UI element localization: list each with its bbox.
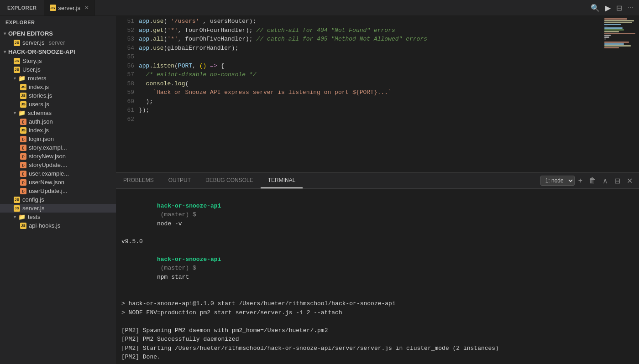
code-line-57: /* eslint-disable no-console */ <box>139 70 602 79</box>
scroll-up-button[interactable]: ∧ <box>600 176 611 186</box>
terminal-pm2-2: [PM2] PM2 Successfully daemonized <box>121 335 634 344</box>
prompt-label-1: hack-or-snooze-api <box>157 203 221 209</box>
project-section[interactable]: ▾ HACK-OR-SNOOZE-API <box>0 47 116 57</box>
main-content: EXPLORER ▾ OPEN EDITORS JS server.js ser… <box>0 16 639 364</box>
split-editor-icon[interactable]: ⊟ <box>616 4 622 12</box>
sidebar-item-schemas-folder[interactable]: ▾ 📁 schemas <box>0 109 116 117</box>
code-line-52: app.get('*', fourOhFourHandler); // catc… <box>139 26 602 35</box>
active-tab[interactable]: JS server.js ✕ <box>44 0 95 16</box>
code-line-51: app.use( '/users' , usersRouter); <box>139 17 602 26</box>
story-example-label: story.exampl... <box>29 144 67 151</box>
terminal-line-blank2 <box>121 317 634 326</box>
top-right-toolbar: 🔍 ▶ ⊟ ··· <box>591 4 639 12</box>
top-bar: EXPLORER JS server.js ✕ 🔍 ▶ ⊟ ··· <box>0 0 639 16</box>
sidebar-item-stories-js[interactable]: JS stories.js <box>0 91 116 100</box>
open-editors-label: OPEN EDITORS <box>8 30 53 37</box>
code-line-62 <box>139 115 602 124</box>
project-label: HACK-OR-SNOOZE-API <box>8 48 75 55</box>
open-editor-filename: server.js <box>22 39 44 46</box>
js-icon-routers-index: JS <box>20 84 26 90</box>
user-new-label: userNew.json <box>29 179 64 186</box>
terminal-pm2-4: [PM2] Done. <box>121 353 634 362</box>
js-icon-server: JS <box>14 205 20 212</box>
sidebar-item-config-js[interactable]: JS config.js <box>0 195 116 204</box>
sidebar-item-users-js[interactable]: JS users.js <box>0 100 116 109</box>
more-actions-icon[interactable]: ··· <box>628 4 634 12</box>
json-icon-user-update: {} <box>20 188 26 194</box>
sidebar-item-auth-json[interactable]: {} auth.json <box>0 117 116 126</box>
json-icon-story-new: {} <box>20 153 26 160</box>
cmd-1: node -v <box>157 220 182 227</box>
panel-tab-right: 1: node + 🗑 ∧ ⊟ ✕ <box>540 176 639 186</box>
sidebar-item-story-js[interactable]: JS Story.js <box>0 57 116 65</box>
sidebar-item-schemas-index[interactable]: JS index.js <box>0 126 116 135</box>
sidebar-item-login-json[interactable]: {} login.json <box>0 135 116 143</box>
sidebar-item-routers-index[interactable]: JS index.js <box>0 83 116 91</box>
open-editor-item-server[interactable]: JS server.js server <box>0 38 116 47</box>
chevron-project: ▾ <box>4 49 6 54</box>
cmd-2: npm start <box>157 274 189 281</box>
close-panel-button[interactable]: ✕ <box>624 176 635 186</box>
js-icon-config: JS <box>14 197 20 203</box>
schemas-index-label: index.js <box>29 127 49 134</box>
terminal-line-1: hack-or-snooze-api (master) $ node -v <box>121 192 634 237</box>
sidebar-item-user-example[interactable]: {} user.example... <box>0 169 116 178</box>
open-editor-path: server <box>48 39 65 46</box>
users-js-label: users.js <box>29 101 49 108</box>
split-terminal-button[interactable]: ⊟ <box>612 176 623 186</box>
code-line-56: app.listen(PORT, () => { <box>139 62 602 71</box>
branch-label-1: (master) $ <box>157 211 200 218</box>
sidebar-item-user-js[interactable]: JS User.js <box>0 65 116 74</box>
stories-js-label: stories.js <box>29 92 52 99</box>
js-icon-user: JS <box>14 67 20 73</box>
tab-problems[interactable]: PROBLEMS <box>116 173 161 188</box>
tab-close-button[interactable]: ✕ <box>84 5 89 11</box>
sidebar-item-story-new[interactable]: {} storyNew.json <box>0 152 116 161</box>
terminal-pm2-3: [PM2] Starting /Users/hueter/rithmschool… <box>121 344 634 353</box>
terminal-pm2-1: [PM2] Spawning PM2 daemon with pm2_home=… <box>121 326 634 335</box>
json-icon-login: {} <box>20 136 26 142</box>
folder-icon-schemas: 📁 <box>18 109 26 116</box>
sidebar-item-api-hooks[interactable]: JS api-hooks.js <box>0 221 116 230</box>
sidebar-item-story-example[interactable]: {} story.exampl... <box>0 143 116 152</box>
sidebar-item-routers-folder[interactable]: ▾ 📁 routers <box>0 74 116 83</box>
code-editor[interactable]: 51 52 53 54 55 56 57 58 59 60 61 62 app.… <box>116 16 639 172</box>
terminal-line-4: > hack-or-snooze-api@1.1.0 start /Users/… <box>121 299 634 308</box>
sidebar-item-story-update[interactable]: {} storyUpdate.... <box>0 161 116 169</box>
terminal-body[interactable]: hack-or-snooze-api (master) $ node -v v9… <box>116 189 639 364</box>
js-icon-open-editor: JS <box>14 40 20 46</box>
terminal-line-2: v9.5.0 <box>121 237 634 246</box>
tests-label: tests <box>28 213 40 220</box>
js-icon-schemas-index: JS <box>20 127 26 134</box>
panel-tabs: PROBLEMS OUTPUT DEBUG CONSOLE TERMINAL 1… <box>116 173 639 189</box>
terminal-line-5: > NODE_ENV=production pm2 start server/s… <box>121 308 634 317</box>
user-js-label: User.js <box>22 66 41 73</box>
run-icon[interactable]: ▶ <box>605 4 611 12</box>
js-icon-users: JS <box>20 101 26 108</box>
json-icon-story-update: {} <box>20 162 26 168</box>
routers-index-label: index.js <box>29 83 49 90</box>
tab-terminal[interactable]: TERMINAL <box>261 173 303 188</box>
add-terminal-button[interactable]: + <box>576 176 585 186</box>
tab-output[interactable]: OUTPUT <box>161 173 198 188</box>
js-icon-api-hooks: JS <box>20 223 26 229</box>
config-js-label: config.js <box>22 196 44 203</box>
routers-label: routers <box>28 75 46 82</box>
code-line-60: ); <box>139 97 602 106</box>
story-js-label: Story.js <box>22 57 42 64</box>
terminal-selector[interactable]: 1: node <box>540 176 575 186</box>
editor-area: 51 52 53 54 55 56 57 58 59 60 61 62 app.… <box>116 16 639 364</box>
tab-debug-console[interactable]: DEBUG CONSOLE <box>198 173 261 188</box>
api-hooks-label: api-hooks.js <box>29 222 60 229</box>
code-line-55 <box>139 52 602 62</box>
json-icon-user-example: {} <box>20 171 26 177</box>
sidebar-item-user-new[interactable]: {} userNew.json <box>0 178 116 187</box>
sidebar-item-user-update[interactable]: {} userUpdate.j... <box>0 187 116 195</box>
open-editors-section[interactable]: ▾ OPEN EDITORS <box>0 29 116 38</box>
explorer-title: EXPLORER <box>0 5 44 10</box>
delete-terminal-button[interactable]: 🗑 <box>586 176 599 186</box>
sidebar-item-server-js[interactable]: JS server.js <box>0 204 116 213</box>
sidebar-item-tests-folder[interactable]: ▾ 📁 tests <box>0 213 116 221</box>
search-icon[interactable]: 🔍 <box>591 4 600 12</box>
schemas-label: schemas <box>28 109 52 116</box>
